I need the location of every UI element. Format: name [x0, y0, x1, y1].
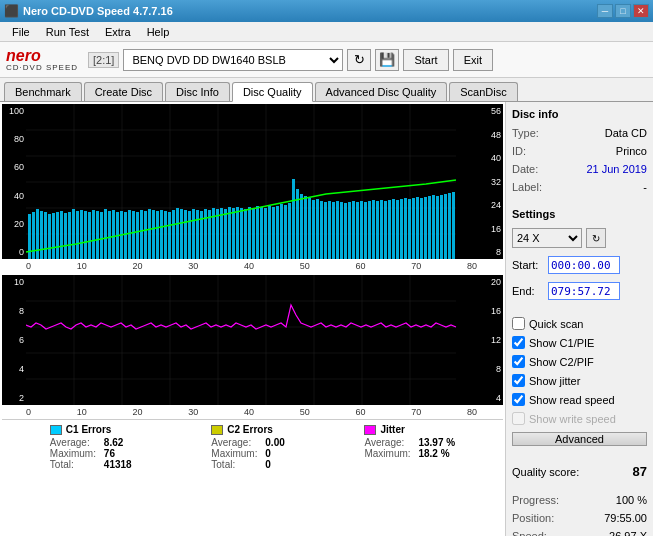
show-jitter-checkbox[interactable] — [512, 374, 525, 387]
svg-rect-52 — [184, 210, 187, 259]
svg-rect-74 — [272, 207, 275, 259]
quick-scan-row: Quick scan — [512, 317, 647, 330]
app-icon: ⬛ — [4, 4, 19, 18]
svg-rect-20 — [56, 212, 59, 259]
bottom-chart-y-right: 20 16 12 8 4 — [477, 275, 503, 405]
svg-rect-54 — [192, 209, 195, 259]
svg-rect-79 — [292, 179, 295, 259]
svg-rect-44 — [152, 210, 155, 259]
progress-row: Progress: 100 % — [512, 494, 647, 506]
svg-rect-84 — [312, 200, 315, 259]
drive-select[interactable]: BENQ DVD DD DW1640 BSLB — [123, 49, 343, 71]
tab-benchmark[interactable]: Benchmark — [4, 82, 82, 101]
tab-scan-disc[interactable]: ScanDisc — [449, 82, 517, 101]
svg-rect-37 — [124, 212, 127, 259]
maximize-button[interactable]: □ — [615, 4, 631, 18]
svg-rect-21 — [60, 211, 63, 259]
settings-refresh-icon[interactable]: ↻ — [586, 228, 606, 248]
refresh-icon[interactable]: ↻ — [347, 49, 371, 71]
title-bar-controls: ─ □ ✕ — [597, 4, 649, 18]
bottom-chart-svg — [26, 275, 477, 405]
start-time-input[interactable] — [548, 256, 620, 274]
disc-date-row: Date: 21 Jun 2019 — [512, 163, 647, 175]
menu-file[interactable]: File — [4, 24, 38, 40]
show-read-speed-checkbox[interactable] — [512, 393, 525, 406]
tab-advanced-disc-quality[interactable]: Advanced Disc Quality — [315, 82, 448, 101]
tab-disc-quality[interactable]: Disc Quality — [232, 82, 313, 102]
svg-rect-101 — [380, 200, 383, 259]
end-time-input[interactable] — [548, 282, 620, 300]
bottom-chart-x-axis: 0 10 20 30 40 50 60 70 80 — [2, 405, 503, 419]
legend-c1: C1 Errors Average: 8.62 Maximum: 76 Tota… — [50, 424, 132, 470]
svg-rect-111 — [420, 198, 423, 259]
svg-rect-114 — [432, 195, 435, 259]
svg-rect-69 — [252, 208, 255, 259]
show-c2pif-checkbox[interactable] — [512, 355, 525, 368]
svg-rect-32 — [104, 209, 107, 259]
svg-rect-75 — [276, 206, 279, 259]
svg-rect-119 — [452, 192, 455, 259]
main-content: 100 80 60 40 20 0 — [0, 102, 653, 536]
svg-rect-39 — [132, 211, 135, 259]
right-panel: Disc info Type: Data CD ID: Princo Date:… — [505, 102, 653, 536]
svg-rect-113 — [428, 196, 431, 259]
minimize-button[interactable]: ─ — [597, 4, 613, 18]
svg-rect-38 — [128, 210, 131, 259]
menu-run-test[interactable]: Run Test — [38, 24, 97, 40]
svg-rect-55 — [196, 210, 199, 259]
svg-rect-106 — [400, 199, 403, 259]
show-c1pie-checkbox[interactable] — [512, 336, 525, 349]
start-button[interactable]: Start — [403, 49, 448, 71]
svg-rect-100 — [376, 201, 379, 259]
bottom-chart: 10 8 6 4 2 — [2, 275, 503, 405]
svg-rect-112 — [424, 197, 427, 259]
disc-info-title: Disc info — [512, 108, 647, 120]
svg-rect-98 — [368, 201, 371, 259]
svg-rect-50 — [176, 208, 179, 259]
svg-rect-68 — [248, 207, 251, 259]
show-write-speed-row: Show write speed — [512, 412, 647, 425]
svg-rect-51 — [180, 209, 183, 259]
show-c1pie-row: Show C1/PIE — [512, 336, 647, 349]
menu-extra[interactable]: Extra — [97, 24, 139, 40]
settings-title: Settings — [512, 208, 647, 220]
tab-disc-info[interactable]: Disc Info — [165, 82, 230, 101]
speed-setting-row: 24 X ↻ — [512, 228, 647, 248]
svg-rect-73 — [268, 206, 271, 259]
speed-select[interactable]: 24 X — [512, 228, 582, 248]
quick-scan-checkbox[interactable] — [512, 317, 525, 330]
show-write-speed-checkbox[interactable] — [512, 412, 525, 425]
advanced-button[interactable]: Advanced — [512, 432, 647, 446]
top-chart-x-axis: 0 10 20 30 40 50 60 70 80 — [2, 259, 503, 273]
svg-rect-30 — [96, 211, 99, 259]
svg-rect-25 — [76, 211, 79, 259]
tab-create-disc[interactable]: Create Disc — [84, 82, 163, 101]
nero-logo: nero CD·DVD SPEED — [6, 48, 78, 72]
svg-rect-22 — [64, 213, 67, 259]
exit-button[interactable]: Exit — [453, 49, 493, 71]
svg-rect-49 — [172, 210, 175, 259]
svg-rect-23 — [68, 212, 71, 259]
svg-rect-81 — [300, 194, 303, 259]
svg-rect-64 — [232, 208, 235, 259]
svg-rect-87 — [324, 202, 327, 259]
save-icon[interactable]: 💾 — [375, 49, 399, 71]
svg-rect-86 — [320, 201, 323, 259]
svg-rect-91 — [340, 202, 343, 259]
svg-rect-63 — [228, 207, 231, 259]
svg-rect-57 — [204, 209, 207, 259]
svg-rect-77 — [284, 205, 287, 259]
svg-rect-107 — [404, 198, 407, 259]
menu-help[interactable]: Help — [139, 24, 178, 40]
svg-rect-85 — [316, 199, 319, 259]
bottom-chart-wrapper: 10 8 6 4 2 — [2, 275, 503, 419]
legend: C1 Errors Average: 8.62 Maximum: 76 Tota… — [2, 419, 503, 474]
disc-label-row: Label: - — [512, 181, 647, 193]
top-chart-wrapper: 100 80 60 40 20 0 — [2, 104, 503, 273]
close-button[interactable]: ✕ — [633, 4, 649, 18]
svg-rect-96 — [360, 201, 363, 259]
svg-rect-82 — [304, 196, 307, 259]
svg-rect-90 — [336, 201, 339, 259]
svg-rect-71 — [260, 207, 263, 259]
svg-rect-103 — [388, 200, 391, 259]
